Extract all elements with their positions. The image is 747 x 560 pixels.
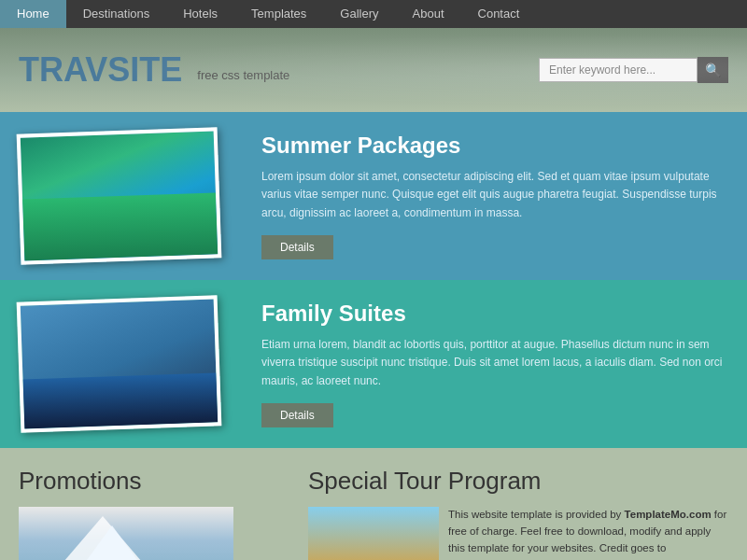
nav-item-about[interactable]: About (396, 0, 461, 28)
tour-title: Special Tour Program (308, 467, 728, 496)
summer-details-button[interactable]: Details (261, 235, 333, 259)
search-bar: 🔍 (539, 57, 728, 83)
nav-item-contact[interactable]: Contact (461, 0, 537, 28)
family-title: Family Suites (261, 301, 728, 327)
site-header: TRAVSITE free css template 🔍 (0, 28, 747, 112)
summer-text: Lorem ipsum dolor sit amet, consectetur … (261, 168, 728, 222)
tour-brand1: TemplateMo.com (625, 509, 712, 520)
tagline: free css template (197, 68, 289, 82)
promotions-title: Promotions (19, 467, 289, 496)
promotions-column: Promotions (19, 467, 308, 560)
nav-item-templates[interactable]: Templates (234, 0, 323, 28)
family-suites-section: Family Suites Etiam urna lorem, blandit … (0, 280, 747, 448)
summer-content: Summer Packages Lorem ipsum dolor sit am… (261, 133, 728, 259)
summer-packages-section: Summer Packages Lorem ipsum dolor sit am… (0, 112, 747, 280)
tour-content: This website template is provided by Tem… (308, 507, 728, 560)
tour-text-1: This website template is provided by (448, 509, 625, 520)
tour-column: Special Tour Program This website templa… (308, 467, 728, 560)
tour-description: This website template is provided by Tem… (448, 507, 728, 560)
family-image-wrap (19, 299, 233, 429)
family-image (17, 295, 222, 432)
tour-image (308, 507, 439, 560)
search-input[interactable] (539, 58, 698, 82)
summer-title: Summer Packages (261, 133, 728, 159)
nav-item-home[interactable]: Home (0, 0, 66, 28)
family-content: Family Suites Etiam urna lorem, blandit … (261, 301, 728, 427)
main-nav: Home Destinations Hotels Templates Galle… (0, 0, 747, 28)
promotions-image (19, 507, 233, 560)
nav-item-hotels[interactable]: Hotels (166, 0, 234, 28)
nav-item-gallery[interactable]: Gallery (323, 0, 395, 28)
bottom-section: Promotions Special Tour Program This web… (0, 448, 747, 560)
search-button[interactable]: 🔍 (698, 57, 728, 83)
summer-image-wrap (19, 131, 233, 261)
logo: TRAVSITE (19, 50, 182, 90)
nav-item-destinations[interactable]: Destinations (66, 0, 167, 28)
family-text: Etiam urna lorem, blandit ac lobortis qu… (261, 336, 728, 390)
summer-image (17, 127, 222, 264)
logo-site: SITE (107, 50, 182, 89)
family-details-button[interactable]: Details (261, 403, 333, 427)
logo-trav: TRAV (19, 50, 107, 89)
